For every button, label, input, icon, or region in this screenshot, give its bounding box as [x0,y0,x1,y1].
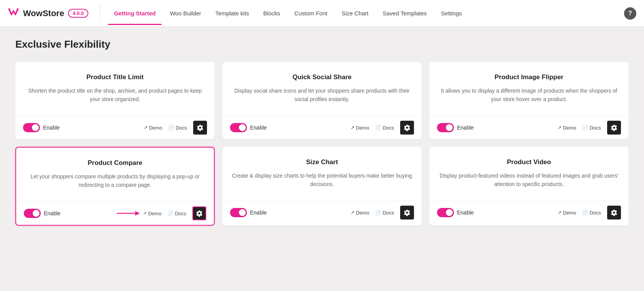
demo-label-product-video: Demo [563,210,576,216]
settings-button-quick-social-share[interactable] [400,121,414,135]
enable-label-product-title-limit: Enable [43,125,60,131]
docs-label-product-video: Docs [589,210,601,216]
card-desc-product-image-flipper: It allows you to display a different ima… [437,86,621,104]
toggle-product-compare[interactable] [24,209,41,218]
demo-link-product-video[interactable]: ↗ Demo [558,210,576,216]
settings-button-product-image-flipper[interactable] [607,121,621,135]
card-title-quick-social-share: Quick Social Share [230,73,414,81]
feature-card-product-image-flipper: Product Image Flipper It allows you to d… [429,62,629,139]
svg-marker-3 [135,211,140,216]
feature-card-product-title-limit: Product Title Limit Shorten the product … [15,62,215,139]
docs-label-quick-social-share: Docs [382,125,394,131]
card-desc-size-chart: Create & display size charts to help the… [230,171,414,189]
nav-item-settings[interactable]: Settings [435,2,468,25]
feature-card-quick-social-share: Quick Social Share Display social share … [222,62,422,139]
help-button[interactable]: ? [624,7,636,20]
docs-icon: 📄 [375,125,381,130]
settings-button-product-title-limit[interactable] [193,121,207,135]
settings-button-product-video[interactable] [607,206,621,219]
docs-link-quick-social-share[interactable]: 📄 Docs [375,125,394,131]
docs-label-product-title-limit: Docs [175,125,187,131]
enable-label-size-chart: Enable [250,210,267,216]
enable-label-product-image-flipper: Enable [457,125,474,131]
toggle-product-title-limit[interactable] [23,123,40,132]
card-body-size-chart: Size Chart Create & display size charts … [222,147,422,201]
card-body-product-image-flipper: Product Image Flipper It allows you to d… [429,62,629,116]
card-title-product-video: Product Video [437,158,621,166]
demo-link-quick-social-share[interactable]: ↗ Demo [351,125,369,131]
nav-item-size-chart[interactable]: Size Chart [335,2,374,25]
demo-label-size-chart: Demo [356,210,369,216]
demo-link-size-chart[interactable]: ↗ Demo [351,210,369,216]
settings-button-product-compare[interactable] [192,206,206,220]
card-desc-product-compare: Let your shoppers compare multiple produ… [24,172,206,190]
card-footer-product-title-limit: Enable ↗ Demo 📄 Docs [15,116,215,139]
arrow-indicator [117,210,140,217]
card-footer-size-chart: Enable ↗ Demo 📄 Docs [222,201,422,224]
toggle-product-image-flipper[interactable] [437,123,454,132]
demo-label-product-compare: Demo [148,211,162,216]
card-body-product-title-limit: Product Title Limit Shorten the product … [15,62,215,116]
nav-item-saved-templates[interactable]: Saved Templates [377,2,433,25]
docs-link-product-title-limit[interactable]: 📄 Docs [168,125,187,131]
docs-icon: 📄 [582,210,588,215]
card-body-quick-social-share: Quick Social Share Display social share … [222,62,422,116]
toggle-product-video[interactable] [437,208,454,217]
svg-point-1 [17,8,19,10]
card-title-product-compare: Product Compare [24,159,206,167]
cards-grid: Product Title Limit Shorten the product … [15,62,629,226]
demo-label-product-title-limit: Demo [149,125,162,131]
feature-card-size-chart: Size Chart Create & display size charts … [222,147,422,226]
card-title-product-title-limit: Product Title Limit [23,73,207,81]
logo-icon [8,7,19,20]
logo-area: WowStore 4.0.0 [8,7,88,20]
demo-link-product-compare[interactable]: ↗ Demo [143,211,162,216]
card-desc-product-video: Display product-featured videos instead … [437,171,621,189]
toggle-quick-social-share[interactable] [230,123,247,132]
nav-item-getting-started[interactable]: Getting Started [108,2,162,25]
enable-label-quick-social-share: Enable [250,125,267,131]
docs-icon: 📄 [375,210,381,215]
docs-link-size-chart[interactable]: 📄 Docs [375,210,394,216]
nav-item-blocks[interactable]: Blocks [257,2,286,25]
nav-item-woo-builder[interactable]: Woo Builder [164,2,207,25]
card-desc-quick-social-share: Display social share icons and let your … [230,86,414,104]
main-content: Exclusive Flexibility Product Title Limi… [0,27,644,237]
version-badge: 4.0.0 [68,9,88,18]
feature-card-product-video: Product Video Display product-featured v… [429,147,629,226]
external-link-icon: ↗ [143,211,147,216]
nav-items: Getting StartedWoo BuilderTemplate kitsB… [108,2,624,25]
docs-link-product-image-flipper[interactable]: 📄 Docs [582,125,601,131]
docs-label-product-compare: Docs [175,211,186,216]
settings-button-size-chart[interactable] [400,206,414,219]
external-link-icon: ↗ [558,125,561,130]
feature-card-product-compare: Product Compare Let your shoppers compar… [15,147,215,226]
demo-label-quick-social-share: Demo [356,125,369,131]
demo-label-product-image-flipper: Demo [563,125,576,131]
nav-divider [100,5,100,22]
svg-point-0 [8,8,10,10]
docs-icon: 📄 [582,125,588,130]
top-navigation: WowStore 4.0.0 Getting StartedWoo Builde… [0,0,644,27]
enable-label-product-video: Enable [457,210,474,216]
docs-link-product-compare[interactable]: 📄 Docs [167,211,186,216]
card-footer-product-compare: Enable ↗ Demo 📄 Docs [16,201,214,225]
nav-item-custom-font[interactable]: Custom Font [288,2,334,25]
docs-icon: 📄 [168,125,174,130]
docs-label-size-chart: Docs [382,210,394,216]
toggle-size-chart[interactable] [230,208,247,217]
external-link-icon: ↗ [351,125,354,130]
enable-label-product-compare: Enable [44,210,61,216]
logo-text: WowStore [23,8,64,18]
card-footer-product-video: Enable ↗ Demo 📄 Docs [429,201,629,224]
card-title-size-chart: Size Chart [230,158,414,166]
nav-item-template-kits[interactable]: Template kits [209,2,255,25]
demo-link-product-title-limit[interactable]: ↗ Demo [144,125,162,131]
docs-label-product-image-flipper: Docs [589,125,601,131]
docs-link-product-video[interactable]: 📄 Docs [582,210,601,216]
external-link-icon: ↗ [144,125,147,130]
card-footer-quick-social-share: Enable ↗ Demo 📄 Docs [222,116,422,139]
card-desc-product-title-limit: Shorten the product title on the shop, a… [23,86,207,104]
card-footer-product-image-flipper: Enable ↗ Demo 📄 Docs [429,116,629,139]
demo-link-product-image-flipper[interactable]: ↗ Demo [558,125,576,131]
